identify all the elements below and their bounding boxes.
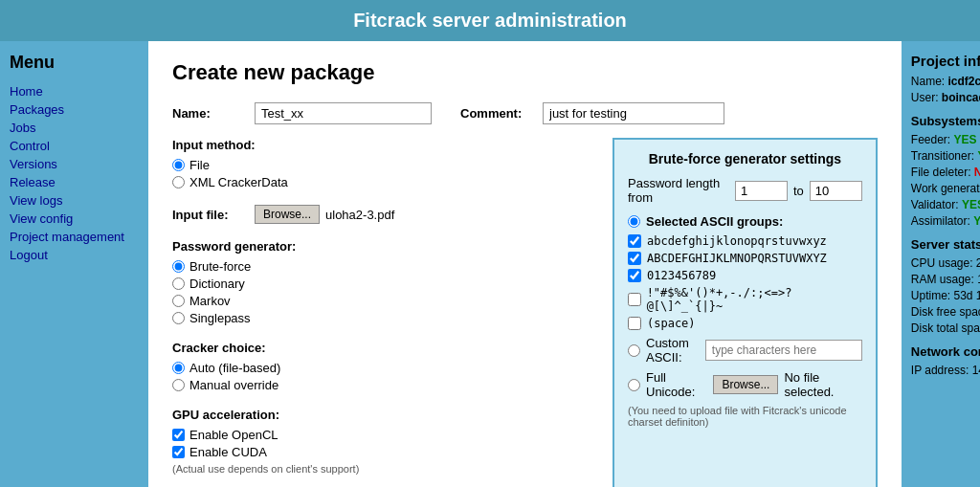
comment-input[interactable] xyxy=(543,102,724,124)
ascii-space-checkbox[interactable] xyxy=(628,317,641,330)
sidebar-item-project-management[interactable]: Project management xyxy=(10,228,139,246)
subsystem-row: Transitioner: YES xyxy=(911,149,980,163)
pw-singlepass[interactable]: Singlepass xyxy=(172,311,593,325)
page-title: Create new package xyxy=(172,60,878,85)
subsystems-title: Subsystems running xyxy=(911,114,980,128)
ascii-uppercase: ABCDEFGHIJKLMNOPQRSTUVWXYZ xyxy=(628,252,862,265)
gpu-cuda[interactable]: Enable CUDA xyxy=(172,445,593,459)
cracker-choice-label: Cracker choice: xyxy=(172,341,593,355)
page-header: Fitcrack server administration xyxy=(0,0,980,41)
sidebar: Menu HomePackagesJobsControlVersionsRele… xyxy=(0,41,148,487)
sidebar-heading: Menu xyxy=(10,53,139,73)
custom-ascii-row: Custom ASCII: xyxy=(628,336,862,365)
sidebar-item-logout[interactable]: Logout xyxy=(10,246,139,264)
pw-markov[interactable]: Markov xyxy=(172,294,593,308)
sidebar-item-view-logs[interactable]: View logs xyxy=(10,191,139,210)
header-title: Fitcrack server administration xyxy=(353,10,627,31)
brute-force-title: Brute-force generator settings xyxy=(628,151,862,166)
brute-force-panel: Brute-force generator settings Password … xyxy=(612,138,878,487)
sidebar-item-versions[interactable]: Versions xyxy=(10,155,139,173)
ascii-special: !"#$%&'()*+,-./:;<=>?@[\]^_`{|}~ xyxy=(628,286,862,313)
input-method-label: Input method: xyxy=(172,138,593,152)
sidebar-nav: HomePackagesJobsControlVersionsReleaseVi… xyxy=(10,82,139,264)
pw-length-from-label: Password length from xyxy=(628,176,729,205)
input-file-name: uloha2-3.pdf xyxy=(325,208,394,222)
server-stats-title: Server stats xyxy=(911,237,980,252)
subsystem-row: File deleter: NO xyxy=(911,166,980,179)
full-unicode-label: Full Unicode: xyxy=(646,370,707,399)
sidebar-item-view-config[interactable]: View config xyxy=(10,210,139,228)
comment-label: Comment: xyxy=(460,106,537,121)
pw-length-row: Password length from to xyxy=(628,176,862,205)
stat-row: Disk total space: 901.75 GB xyxy=(911,321,980,335)
ascii-special-checkbox[interactable] xyxy=(628,293,641,306)
name-input[interactable] xyxy=(255,102,432,124)
stat-row: Uptime: 53d 16h 0m xyxy=(911,289,980,302)
gpu-opencl[interactable]: Enable OpenCL xyxy=(172,428,593,442)
input-method-xml[interactable]: XML CrackerData xyxy=(172,175,593,189)
sidebar-item-packages[interactable]: Packages xyxy=(10,100,139,119)
pw-length-from-input[interactable] xyxy=(735,181,788,201)
pw-length-to-label: to xyxy=(793,184,804,198)
project-user-row: User: boincadm xyxy=(911,91,980,104)
ascii-lowercase: abcdefghijklonopqrstuvwxyz xyxy=(628,234,862,248)
ascii-title: Selected ASCII groups: xyxy=(628,214,862,229)
subsystem-row: Feeder: YES xyxy=(911,133,980,146)
custom-ascii-input[interactable] xyxy=(705,340,862,361)
ascii-space: (space) xyxy=(628,317,862,330)
password-generator-label: Password generator: xyxy=(172,239,593,254)
input-file-row: Browse... uloha2-3.pdf xyxy=(255,205,394,224)
stat-row: CPU usage: 20.00 % xyxy=(911,256,980,270)
unicode-browse-button[interactable]: Browse... xyxy=(713,375,778,394)
project-info-title: Project info xyxy=(911,53,980,69)
ascii-uppercase-checkbox[interactable] xyxy=(628,252,641,265)
ascii-groups: abcdefghijklonopqrstuvwxyz ABCDEFGHIJKLM… xyxy=(628,234,862,330)
main-content: Create new package Name: Comment: Input … xyxy=(148,41,902,487)
subsystem-row: Work generator: YES xyxy=(911,182,980,195)
full-unicode-row: Full Unicode: Browse... No file selected… xyxy=(628,370,862,399)
unicode-file-name: No file selected. xyxy=(784,370,861,399)
cracker-auto[interactable]: Auto (file-based) xyxy=(172,361,593,375)
gpu-label: GPU acceleration: xyxy=(172,408,593,422)
browse-button[interactable]: Browse... xyxy=(255,205,320,224)
pw-brute-force[interactable]: Brute-force xyxy=(172,259,593,274)
name-label: Name: xyxy=(172,106,249,121)
pw-length-to-input[interactable] xyxy=(810,181,862,201)
sidebar-item-release[interactable]: Release xyxy=(10,173,139,191)
sidebar-item-control[interactable]: Control xyxy=(10,137,139,155)
network-title: Network connection xyxy=(911,344,980,359)
subsystems-list: Feeder: YESTransitioner: YESFile deleter… xyxy=(911,133,980,228)
ascii-digits-checkbox[interactable] xyxy=(628,269,641,282)
sidebar-item-home[interactable]: Home xyxy=(10,82,139,100)
stat-row: RAM usage: 15.24 % xyxy=(911,273,980,286)
input-file-label: Input file: xyxy=(172,208,249,222)
ip-row: IP address: 147.229.12.212 xyxy=(911,364,980,377)
cracker-manual[interactable]: Manual override xyxy=(172,378,593,392)
stat-row: Disk free space: 844.1 GB xyxy=(911,305,980,319)
pw-dictionary[interactable]: Dictionary xyxy=(172,277,593,291)
ascii-lowercase-checkbox[interactable] xyxy=(628,234,641,248)
unicode-note: (You need to upload file with Fitcrack's… xyxy=(628,405,862,428)
subsystem-row: Assimilator: YES xyxy=(911,214,980,228)
gpu-note: (Actual use depends on client's support) xyxy=(172,463,593,475)
custom-ascii-label: Custom ASCII: xyxy=(646,336,700,365)
project-name-row: Name: icdf2c xyxy=(911,75,980,88)
input-method-file[interactable]: File xyxy=(172,158,593,172)
subsystem-row: Validator: YES xyxy=(911,198,980,211)
right-panel: Project info Name: icdf2c User: boincadm… xyxy=(902,41,980,487)
stats-list: CPU usage: 20.00 %RAM usage: 15.24 %Upti… xyxy=(911,256,980,335)
ascii-digits: 0123456789 xyxy=(628,269,862,282)
sidebar-item-jobs[interactable]: Jobs xyxy=(10,119,139,137)
